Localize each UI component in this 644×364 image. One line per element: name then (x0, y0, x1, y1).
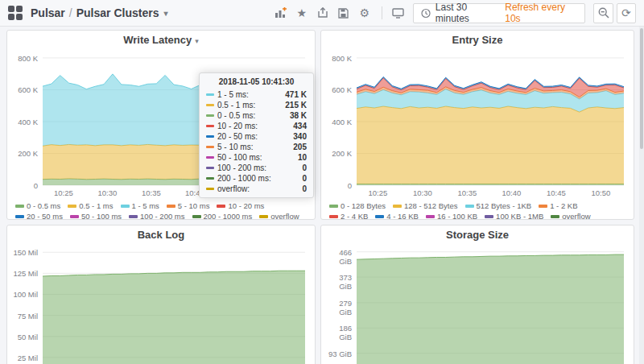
legend-item[interactable]: overflow (551, 211, 590, 221)
tooltip-series-label: 200 - 1000 ms: (217, 174, 302, 183)
legend-label: 100 - 200 ms (140, 211, 184, 221)
tooltip-row: 1 - 5 ms:471 K (200, 89, 313, 100)
legend-item[interactable]: 128 - 512 Bytes (393, 201, 458, 211)
grafana-logo-icon[interactable] (8, 6, 23, 20)
legend-item[interactable]: 16 - 100 KB (426, 211, 477, 221)
panel-title-write-latency[interactable]: Write Latency▾ (7, 31, 315, 50)
legend-mark-icon (70, 215, 79, 218)
legend-mark-icon (426, 215, 435, 218)
legend-mark-icon (167, 205, 175, 208)
settings-button[interactable]: ⚙ (354, 3, 375, 23)
legend-mark-icon (121, 205, 130, 208)
y-axis-label: 373 GiB (324, 273, 352, 291)
legend-item[interactable]: 4 - 16 KB (375, 211, 419, 221)
tooltip-series-mark-icon (206, 156, 214, 159)
legend-label: 128 - 512 Bytes (404, 201, 458, 211)
add-panel-button[interactable] (270, 3, 291, 23)
tooltip-row: 100 - 200 ms:0 (200, 163, 313, 173)
refresh-dashboard-button[interactable]: ⟳ (617, 3, 636, 23)
legend-mark-icon (393, 205, 402, 208)
storage-size-chart[interactable]: 93 GiB186 GiB279 GiB373 GiB466 GiB (324, 245, 630, 364)
legend-item[interactable]: overflow (259, 211, 299, 221)
scrollbar[interactable] (639, 27, 644, 364)
legend-item[interactable]: 100 - 200 ms (129, 211, 184, 221)
share-button[interactable] (312, 3, 333, 23)
panel-menu-caret-icon: ▾ (195, 37, 199, 45)
panel-title-text: Storage Size (446, 229, 509, 241)
legend-label: overflow (562, 211, 590, 221)
y-axis-label: 200 K (10, 149, 38, 158)
legend-label: 1 - 5 ms (132, 201, 159, 211)
tooltip-series-label: 100 - 200 ms: (217, 163, 302, 172)
legend-item[interactable]: 0.5 - 1 ms (68, 201, 113, 211)
legend-item[interactable]: 10 - 20 ms (217, 201, 264, 211)
tv-mode-button[interactable] (389, 3, 408, 23)
y-axis-label: 600 K (10, 85, 38, 94)
breadcrumb[interactable]: Pulsar / Pulsar Clusters ▾ (31, 6, 270, 19)
tooltip-timestamp: 2018-11-05 10:41:30 (200, 76, 313, 89)
legend-mark-icon (375, 215, 384, 218)
tooltip-series-label: 20 - 50 ms: (217, 132, 293, 141)
legend-item[interactable]: 0 - 128 Bytes (329, 201, 386, 211)
zoom-out-button[interactable] (593, 3, 613, 23)
star-icon: ★ (296, 6, 307, 19)
legend-item[interactable]: 1 - 5 ms (121, 201, 159, 211)
y-axis-label: 800 K (324, 54, 352, 63)
legend-item[interactable]: 512 Bytes - 1KB (465, 201, 532, 211)
x-axis-label: 10:35 (142, 188, 161, 197)
panel-title-entry-size[interactable]: Entry Size (321, 31, 634, 50)
legend-item[interactable]: 50 - 100 ms (70, 211, 122, 221)
y-axis-label: 150 Mil (10, 248, 38, 257)
x-axis-label: 10:30 (413, 188, 432, 197)
legend-item[interactable]: 100 KB - 1MB (485, 211, 543, 221)
legend-mark-icon (15, 205, 24, 208)
legend-item[interactable]: 1 - 2 KB (539, 201, 577, 211)
tooltip-series-mark-icon (206, 188, 214, 190)
y-axis-label: 0 (324, 181, 352, 190)
tooltip-series-value: 0 (302, 174, 307, 183)
save-button[interactable] (333, 3, 354, 23)
tooltip-row: 0.5 - 1 ms:215 K (200, 100, 313, 110)
y-axis-label: 400 K (324, 118, 352, 126)
panel-title-storage-size[interactable]: Storage Size (321, 225, 634, 245)
scrollbar-thumb[interactable] (640, 28, 643, 149)
legend-label: 16 - 100 KB (437, 211, 477, 221)
back-log-plot[interactable] (10, 245, 312, 364)
tooltip-series-value: 215 K (285, 101, 307, 110)
breadcrumb-separator: / (69, 6, 72, 19)
x-axis-label: 10:50 (591, 188, 610, 197)
legend-item[interactable]: 200 - 1000 ms (192, 211, 253, 221)
y-axis-label: 75 Mil (10, 312, 38, 321)
legend-mark-icon (68, 205, 76, 208)
y-axis-label: 125 Mil (10, 269, 38, 278)
tooltip-series-label: 5 - 10 ms: (217, 143, 293, 151)
time-picker-button[interactable]: Last 30 minutes Refresh every 10s (413, 3, 586, 23)
storage-size-plot[interactable] (324, 245, 630, 364)
legend-mark-icon (259, 215, 268, 218)
y-axis-label: 100 Mil (10, 290, 38, 299)
tooltip-series-mark-icon (206, 146, 214, 148)
tooltip-row: overflow:0 (200, 184, 313, 194)
legend-item[interactable]: 20 - 50 ms (15, 211, 63, 221)
tooltip-row: 20 - 50 ms:340 (200, 131, 313, 142)
refresh-interval-label: Refresh every 10s (505, 2, 577, 24)
star-button[interactable]: ★ (291, 3, 312, 23)
legend-item[interactable]: 0 - 0.5 ms (15, 201, 60, 211)
tooltip-series-mark-icon (206, 125, 214, 127)
panel-write-latency: Write Latency▾ 0200 K400 K600 K800 K10:2… (6, 30, 316, 220)
legend-mark-icon (217, 205, 225, 208)
y-axis-label: 93 GiB (324, 350, 352, 358)
tooltip-series-value: 10 (298, 153, 307, 162)
legend-item[interactable]: 5 - 10 ms (167, 201, 210, 211)
legend-mark-icon (485, 215, 493, 218)
panel-title-back-log[interactable]: Back Log (7, 225, 315, 245)
tooltip-series-mark-icon (206, 93, 214, 96)
legend-item[interactable]: 2 - 4 KB (329, 211, 368, 221)
entry-size-plot[interactable] (324, 50, 630, 200)
legend-mark-icon (129, 215, 138, 218)
tooltip-series-value: 471 K (285, 90, 307, 99)
entry-size-chart[interactable]: 0200 K400 K600 K800 K10:2510:3010:3510:4… (324, 50, 630, 200)
legend-label: overflow (270, 211, 299, 221)
back-log-chart[interactable]: 25 Mil50 Mil75 Mil100 Mil125 Mil150 Mil (10, 245, 312, 364)
legend-label: 1 - 2 KB (550, 201, 577, 211)
